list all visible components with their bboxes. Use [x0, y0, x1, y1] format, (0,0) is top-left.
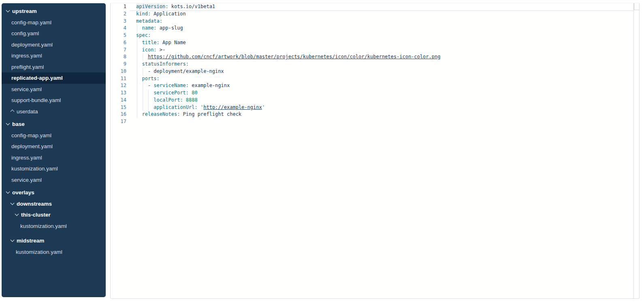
indent-guide — [143, 53, 143, 61]
indent-guide — [143, 82, 143, 89]
code-token: title: — [142, 40, 159, 45]
tree-item-label: config-map.yaml — [11, 19, 51, 26]
tree-item-label: downstreams — [17, 201, 52, 207]
tree-file-ingress-yaml[interactable]: ingress.yaml — [2, 152, 106, 164]
code-line[interactable]: 2kind: Application — [111, 11, 639, 18]
tree-folder-downstreams[interactable]: downstreams — [2, 198, 106, 210]
indent-guide — [143, 104, 143, 111]
code-token — [136, 90, 154, 96]
indent-guide — [137, 75, 137, 83]
tree-item-label: replicated-app.yaml — [11, 75, 63, 81]
url-link[interactable]: http://example-nginx — [203, 104, 262, 110]
line-number: 10 — [111, 68, 130, 75]
code-line[interactable]: 15 applicationUrl: 'http://example-nginx… — [111, 104, 639, 111]
tree-file-deployment-yaml[interactable]: deployment.yaml — [2, 39, 106, 51]
code-line[interactable]: 10 - deployment/example-nginx — [111, 68, 639, 75]
indent-guide — [137, 39, 137, 47]
tree-file-ingress-yaml[interactable]: ingress.yaml — [2, 50, 106, 62]
code-line[interactable]: 7 icon: >- — [111, 47, 639, 54]
line-number: 7 — [111, 47, 130, 54]
line-number: 1 — [111, 3, 130, 11]
tree-item-label: config.yaml — [11, 30, 39, 36]
tree-file-service-yaml[interactable]: service.yaml — [2, 84, 106, 95]
line-number: 15 — [111, 104, 130, 111]
code-line[interactable]: 13 servicePort: 80 — [111, 89, 639, 97]
indent-guide — [137, 82, 137, 89]
line-number: 11 — [111, 75, 130, 83]
code-line[interactable]: 8 https://github.com/cncf/artwork/blob/m… — [111, 53, 639, 61]
code-token: kind: — [136, 11, 151, 17]
tree-file-replicated-app-yaml[interactable]: replicated-app.yaml — [2, 72, 106, 84]
indent-guide — [137, 111, 137, 118]
code-token: Application — [151, 11, 186, 17]
code-line-content: - serviceName: example-nginx — [130, 82, 633, 89]
code-token: servicePort: — [154, 90, 189, 96]
code-token: icon: — [142, 47, 156, 53]
code-line[interactable]: 1apiVersion: kots.io/v1beta1 — [111, 3, 639, 11]
tree-file-support-bundle-yaml[interactable]: support-bundle.yaml — [2, 95, 106, 106]
code-line-content — [130, 118, 633, 125]
tree-folder-this-cluster[interactable]: this-cluster — [2, 209, 106, 221]
chevron-down-icon — [6, 9, 10, 13]
code-token: 80 — [192, 90, 197, 96]
code-line[interactable]: 16 releaseNotes: Ping preflight check — [111, 111, 639, 118]
tree-file-kustomization-yaml[interactable]: kustomization.yaml — [2, 163, 106, 174]
line-number: 5 — [111, 32, 130, 39]
code-token — [198, 104, 200, 110]
tree-file-service-yaml[interactable]: service.yaml — [2, 174, 106, 186]
indent-guide — [148, 97, 149, 104]
tree-file-config-map-yaml[interactable]: config-map.yaml — [2, 17, 106, 28]
code-token: kots.io/v1beta1 — [168, 4, 215, 9]
code-editor-panel[interactable]: 1apiVersion: kots.io/v1beta12kind: Appli… — [110, 3, 640, 299]
tree-item-label: ingress.yaml — [11, 155, 42, 161]
tree-file-preflight-yaml[interactable]: preflight.yaml — [2, 62, 106, 73]
code-line-content: icon: >- — [130, 47, 633, 54]
code-line[interactable]: 17 — [111, 118, 639, 125]
tree-folder-base[interactable]: base — [2, 119, 106, 130]
line-number: 12 — [111, 82, 130, 89]
code-line[interactable]: 14 localPort: 8888 — [111, 97, 639, 104]
line-number: 17 — [111, 118, 130, 125]
code-token: App Name — [160, 40, 186, 45]
tree-folder-midstream[interactable]: midstream — [2, 235, 106, 247]
indent-guide — [148, 89, 149, 97]
line-number: 9 — [111, 61, 130, 68]
tree-folder-userdata[interactable]: userdata — [2, 106, 106, 117]
tree-item-label: preflight.yaml — [11, 64, 44, 70]
code-line[interactable]: 5spec: — [111, 32, 639, 39]
code-line-content: metadata: — [130, 18, 633, 25]
code-line[interactable]: 12 - serviceName: example-nginx — [111, 82, 639, 89]
tree-file-deployment-yaml[interactable]: deployment.yaml — [2, 141, 106, 152]
code-line[interactable]: 9 statusInformers: — [111, 61, 639, 68]
tree-item-label: kustomization.yaml — [16, 249, 62, 255]
indent-guide — [143, 89, 143, 97]
code-line[interactable]: 11 ports: — [111, 75, 639, 83]
tree-folder-overlays[interactable]: overlays — [2, 187, 106, 198]
tree-file-kustomization-yaml[interactable]: kustomization.yaml — [2, 221, 106, 232]
tree-file-config-map-yaml[interactable]: config-map.yaml — [2, 130, 106, 141]
code-token: Ping preflight check — [180, 111, 241, 117]
code-token: - deployment/example-nginx — [136, 68, 224, 74]
code-token: apiVersion — [136, 4, 165, 9]
indent-guide — [137, 68, 137, 75]
code-token — [136, 54, 148, 60]
tree-item-label: ingress.yaml — [11, 53, 42, 59]
code-line[interactable]: 4 name: app-slug — [111, 25, 639, 32]
scrollbar-thumb[interactable] — [634, 3, 639, 10]
tree-item-label: this-cluster — [21, 212, 51, 218]
code-line-content: title: App Name — [130, 39, 633, 47]
line-number: 8 — [111, 53, 130, 61]
tree-item-label: kustomization.yaml — [20, 223, 67, 229]
code-token: ports: — [142, 76, 159, 81]
code-token: example-nginx — [189, 83, 230, 88]
line-number: 14 — [111, 97, 130, 104]
code-line[interactable]: 6 title: App Name — [111, 39, 639, 47]
tree-folder-upstream[interactable]: upstream — [2, 6, 106, 17]
code-token: applicationUrl: — [154, 104, 197, 110]
code-line-content: applicationUrl: 'http://example-nginx' — [130, 104, 633, 111]
tree-file-config-yaml[interactable]: config.yaml — [2, 28, 106, 39]
tree-item-label: overlays — [12, 189, 34, 196]
url-link[interactable]: https://github.com/cncf/artwork/blob/mas… — [148, 54, 440, 60]
tree-file-kustomization-yaml[interactable]: kustomization.yaml — [2, 247, 106, 258]
code-line[interactable]: 3metadata: — [111, 18, 639, 25]
